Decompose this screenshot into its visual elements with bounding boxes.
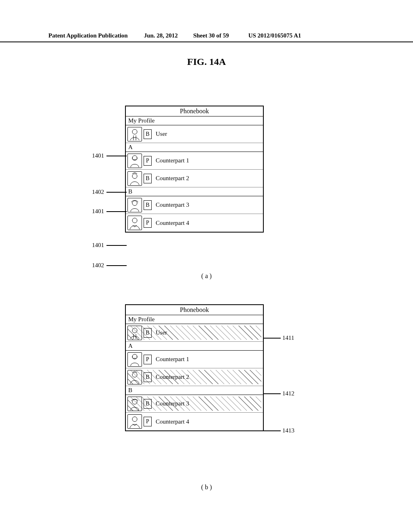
row-name: Counterpart 2 xyxy=(156,374,261,380)
sub-label-a: ( a ) xyxy=(0,272,413,280)
phonebook-a-sec-b: B xyxy=(126,187,263,196)
avatar-c2-icon xyxy=(127,171,142,186)
badge-b: B xyxy=(144,399,152,409)
callout-line xyxy=(106,245,127,246)
avatar-c2-icon xyxy=(127,370,142,384)
row-name: Counterpart 1 xyxy=(156,157,261,164)
phonebook-a: Phonebook My Profile B User A P Counterp… xyxy=(125,106,264,233)
phonebook-b-title: Phonebook xyxy=(126,305,263,315)
callout-1413: 1413 xyxy=(282,427,294,434)
avatar-user-icon xyxy=(127,326,142,340)
svg-point-3 xyxy=(132,201,137,206)
phonebook-a-my-profile: My Profile xyxy=(126,116,263,125)
callout-1401: 1401 xyxy=(92,152,104,159)
svg-point-5 xyxy=(132,328,137,333)
badge-b: B xyxy=(144,200,152,210)
svg-point-4 xyxy=(132,218,137,223)
avatar-c1-icon xyxy=(127,154,142,168)
phonebook-b-sec-b: B xyxy=(126,386,263,395)
phonebook-a-title: Phonebook xyxy=(126,106,263,116)
badge-p: P xyxy=(144,218,152,228)
callout-line xyxy=(263,338,281,339)
svg-point-0 xyxy=(132,129,137,134)
phonebook-b-row-c3: B Counterpart 3 xyxy=(126,395,263,413)
publication-date: Jun. 28, 2012 xyxy=(144,32,178,39)
page-header: Patent Application Publication Jun. 28, … xyxy=(0,32,413,42)
row-name: User xyxy=(156,131,261,137)
callout-line xyxy=(106,192,127,193)
avatar-c4-icon xyxy=(127,216,142,230)
callout-1412: 1412 xyxy=(282,390,294,397)
row-name: Counterpart 3 xyxy=(156,400,261,407)
row-name: Counterpart 4 xyxy=(156,418,261,425)
badge-p: P xyxy=(144,355,152,364)
phonebook-b-row-user: B User xyxy=(126,324,263,342)
sheet-number: Sheet 30 of 59 xyxy=(193,32,229,39)
avatar-c4-icon xyxy=(127,414,142,429)
callout-line xyxy=(106,265,127,266)
document-number: US 2012/0165075 A1 xyxy=(248,32,301,39)
badge-b: B xyxy=(144,174,152,183)
avatar-c1-icon xyxy=(127,352,142,367)
phonebook-a-row-c1: P Counterpart 1 xyxy=(126,152,263,170)
publication-label: Patent Application Publication xyxy=(48,32,128,39)
svg-point-7 xyxy=(132,372,137,377)
phonebook-b-sec-a: A xyxy=(126,342,263,351)
row-name: Counterpart 2 xyxy=(156,175,261,182)
sub-label-b: ( b ) xyxy=(0,484,413,491)
svg-point-8 xyxy=(132,399,137,404)
phonebook-a-row-c2: B Counterpart 2 xyxy=(126,170,263,187)
row-name: Counterpart 4 xyxy=(156,220,261,227)
callout-line xyxy=(263,430,281,431)
phonebook-b-row-c2: B Counterpart 2 xyxy=(126,368,263,386)
badge-b: B xyxy=(144,372,152,382)
badge-p: P xyxy=(144,156,152,166)
avatar-c3-icon xyxy=(127,397,142,411)
badge-b: B xyxy=(144,328,152,338)
figure-label: FIG. 14A xyxy=(0,56,413,67)
callout-line xyxy=(106,156,127,156)
svg-point-2 xyxy=(132,174,137,179)
svg-point-9 xyxy=(132,417,137,422)
row-name: Counterpart 3 xyxy=(156,202,261,208)
phonebook-b: Phonebook My Profile B User A P Counterp… xyxy=(125,304,264,431)
callout-1411: 1411 xyxy=(282,335,294,341)
phonebook-b-my-profile: My Profile xyxy=(126,315,263,324)
callout-line xyxy=(106,211,127,212)
phonebook-a-row-c3: B Counterpart 3 xyxy=(126,196,263,214)
callout-1402: 1402 xyxy=(92,262,104,269)
callout-1401: 1401 xyxy=(92,208,104,215)
callout-1402: 1402 xyxy=(92,189,104,195)
phonebook-a-row-user: B User xyxy=(126,125,263,143)
phonebook-a-sec-a: A xyxy=(126,143,263,152)
badge-p: P xyxy=(144,417,152,426)
phonebook-a-row-c4: P Counterpart 4 xyxy=(126,214,263,232)
row-name: Counterpart 1 xyxy=(156,356,261,363)
phonebook-b-row-c1: P Counterpart 1 xyxy=(126,351,263,368)
avatar-c3-icon xyxy=(127,198,142,212)
phonebook-b-row-c4: P Counterpart 4 xyxy=(126,413,263,430)
badge-b: B xyxy=(144,129,152,139)
callout-line xyxy=(263,393,281,394)
avatar-user-icon xyxy=(127,127,142,141)
row-name: User xyxy=(156,329,261,336)
callout-1401: 1401 xyxy=(92,242,104,249)
